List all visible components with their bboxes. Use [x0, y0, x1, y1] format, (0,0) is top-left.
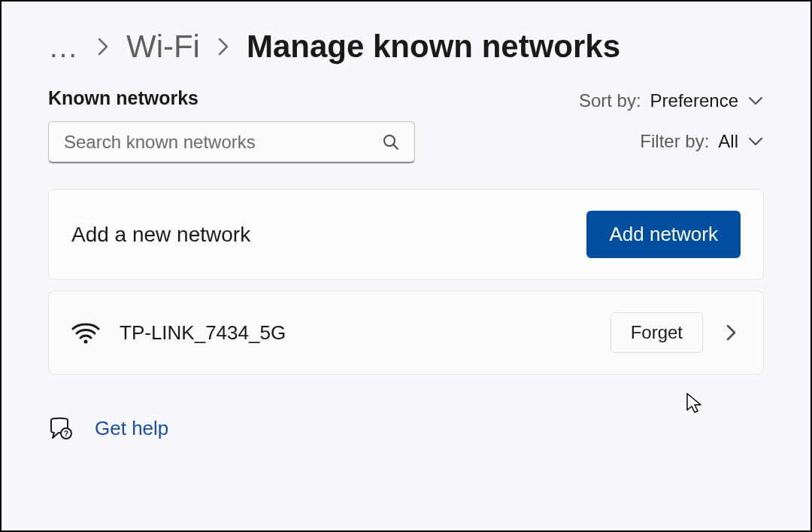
section-heading: Known networks — [48, 87, 415, 109]
search-wrapper — [48, 121, 415, 163]
add-network-card: Add a new network Add network — [48, 189, 764, 280]
search-input[interactable] — [48, 121, 415, 163]
chevron-right-icon[interactable] — [723, 320, 741, 345]
add-network-button[interactable]: Add network — [586, 211, 741, 258]
forget-button[interactable]: Forget — [611, 312, 703, 353]
chevron-down-icon — [747, 96, 764, 106]
breadcrumb-wifi[interactable]: Wi-Fi — [126, 29, 200, 65]
chevron-right-icon — [96, 36, 110, 57]
wifi-icon — [71, 321, 100, 344]
add-network-label: Add a new network — [71, 223, 250, 247]
breadcrumb: … Wi-Fi Manage known networks — [2, 2, 810, 80]
help-row: ? Get help — [48, 415, 764, 441]
breadcrumb-overflow[interactable]: … — [48, 30, 80, 64]
chevron-down-icon — [747, 136, 764, 147]
svg-text:?: ? — [64, 430, 68, 438]
network-row[interactable]: TP-LINK_7434_5G Forget — [48, 290, 764, 375]
svg-point-2 — [84, 340, 88, 344]
sort-label: Sort by: — [579, 90, 641, 111]
chevron-right-icon — [217, 36, 230, 57]
sort-dropdown[interactable]: Sort by: Preference — [579, 90, 764, 111]
help-icon: ? — [48, 415, 74, 441]
filter-value: All — [718, 131, 738, 152]
page-title: Manage known networks — [247, 29, 620, 65]
filter-label: Filter by: — [640, 131, 709, 152]
network-name: TP-LINK_7434_5G — [120, 321, 591, 345]
filter-dropdown[interactable]: Filter by: All — [640, 131, 764, 152]
sort-value: Preference — [650, 90, 738, 111]
get-help-link[interactable]: Get help — [95, 417, 168, 440]
